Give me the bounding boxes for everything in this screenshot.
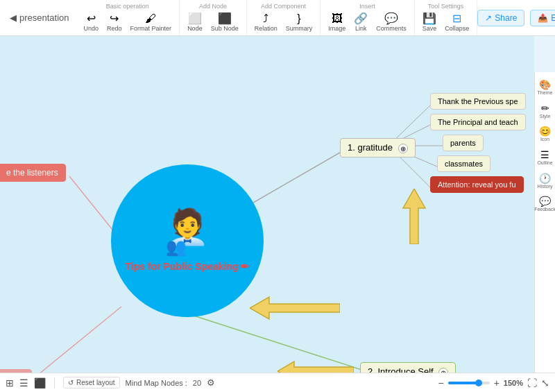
link-button[interactable]: 🔗 Link <box>350 12 371 33</box>
toolbar-group-basic: Basic operation ↩ Undo ↪ Redo 🖌 Format P… <box>76 0 180 35</box>
collapse-button[interactable]: ⊟ Collapse <box>441 12 472 33</box>
summary-button[interactable]: } Summary <box>282 12 316 33</box>
redo-button[interactable]: ↪ Redo <box>103 12 126 33</box>
zoom-slider-fill <box>448 382 477 384</box>
zoom-percent: 150% <box>504 379 523 387</box>
back-button[interactable]: ◀ presentation <box>0 12 76 23</box>
format-painter-label: Format Painter <box>130 25 172 32</box>
sidebar-tool-icon[interactable]: 😊 Icon <box>536 123 555 145</box>
gratitude-expand-icon[interactable]: ⊕ <box>398 144 408 153</box>
collapse-label: Collapse <box>445 25 469 32</box>
node-classmates[interactable]: classmates <box>437 155 490 172</box>
redo-icon: ↪ <box>110 13 119 24</box>
box-icon[interactable]: ⬛ <box>34 377 46 389</box>
theme-label: Theme <box>538 90 553 96</box>
zoom-out-button[interactable]: − <box>438 377 443 389</box>
summary-label: Summary <box>286 25 313 32</box>
group-label-add-component: Add Component <box>261 3 306 10</box>
share-icon: ↗ <box>485 13 492 23</box>
toolbar-items-insert: 🖼 Image 🔗 Link 💬 Comments <box>325 12 410 33</box>
node-thank-prev[interactable]: Thank the Previous spe <box>430 93 526 110</box>
sidebar-tool-theme[interactable]: 🎨 Theme <box>536 76 555 99</box>
theme-icon: 🎨 <box>539 79 551 90</box>
toolbar-items-add-component: ⤴ Relation } Summary <box>251 12 316 33</box>
node-button[interactable]: ⬜ Node <box>184 12 206 33</box>
svg-line-7 <box>187 314 375 374</box>
relation-icon: ⤴ <box>263 13 268 24</box>
share-button[interactable]: ↗ Share <box>477 10 524 26</box>
comments-button[interactable]: 💬 Comments <box>373 12 410 33</box>
toolbar-group-add-component: Add Component ⤴ Relation } Summary <box>247 0 321 35</box>
zoom-in-button[interactable]: + <box>494 377 500 389</box>
group-label-tool-settings: Tool Settings <box>428 3 464 10</box>
relation-button[interactable]: ⤴ Relation <box>251 12 281 33</box>
node-thank-prev-text: Thank the Previous spe <box>438 97 518 105</box>
history-label: History <box>538 184 553 189</box>
back-icon: ◀ <box>10 12 17 23</box>
sidebar-tool-outline[interactable]: ☰ Outline <box>536 146 555 169</box>
undo-button[interactable]: ↩ Undo <box>80 12 103 33</box>
list-icon[interactable]: ☰ <box>19 377 28 389</box>
image-button[interactable]: 🖼 Image <box>325 12 349 33</box>
export-icon: 📤 <box>538 13 548 23</box>
image-label: Image <box>328 25 345 32</box>
app-title: presentation <box>19 12 69 23</box>
link-label: Link <box>355 25 367 32</box>
undo-icon: ↩ <box>87 13 96 24</box>
style-label: Style <box>540 114 551 119</box>
reset-layout-button[interactable]: ↺ Reset layout <box>63 377 120 389</box>
export-label: Export <box>551 13 555 23</box>
node-gratitude[interactable]: 1. gratitude ⊕ <box>340 138 416 157</box>
undo-label: Undo <box>84 25 99 32</box>
reset-label: Reset layout <box>76 379 115 386</box>
export-button[interactable]: 📤 Export <box>530 10 555 26</box>
save-button[interactable]: 💾 Save <box>419 12 441 33</box>
history-icon: 🕐 <box>539 173 551 184</box>
sidebar-tool-style[interactable]: ✏ Style <box>536 100 555 122</box>
center-node-icon: 🧑‍💼 👥 <box>166 210 209 255</box>
sub-node-button[interactable]: ⬛ Sub Node <box>207 12 242 33</box>
toolbar-right: ↗ Share 📤 Export <box>477 10 555 26</box>
node-principal-text: The Principal and teach <box>438 118 518 126</box>
node-label: Node <box>187 25 203 32</box>
format-painter-button[interactable]: 🖌 Format Painter <box>127 12 176 33</box>
fullscreen-button[interactable]: ⛶ <box>527 377 537 389</box>
feedback-icon: 💬 <box>539 196 551 207</box>
expand-button[interactable]: ⤡ <box>541 377 549 389</box>
node-parents[interactable]: parents <box>443 135 484 151</box>
center-node[interactable]: 🧑‍💼 👥 Tips for Public Speaking ✏ <box>111 164 264 317</box>
save-label: Save <box>422 25 437 32</box>
node-attention[interactable]: Attention: reveal you fu <box>430 176 524 193</box>
reset-icon: ↺ <box>68 379 74 386</box>
toolbar-group-insert: Insert 🖼 Image 🔗 Link 💬 Comments <box>321 0 415 35</box>
node-engage[interactable]: e the listeners <box>0 164 66 182</box>
right-sidebar: 🎨 Theme ✏ Style 😊 Icon ☰ Outline 🕐 Histo… <box>534 72 555 392</box>
icon-label: Icon <box>540 137 549 142</box>
sidebar-tool-history[interactable]: 🕐 History <box>536 170 555 192</box>
group-label-add-node: Add Node <box>199 3 227 10</box>
toolbar: ◀ presentation Basic operation ↩ Undo ↪ … <box>0 0 555 36</box>
center-node-text: Tips for Public Speaking ✏ <box>126 261 250 272</box>
link-icon: 🔗 <box>354 13 368 24</box>
outline-label: Outline <box>537 160 552 166</box>
zoom-slider[interactable] <box>448 382 490 384</box>
icon-icon: 😊 <box>539 126 551 137</box>
sub-node-label: Sub Node <box>211 25 239 32</box>
collapse-icon: ⊟ <box>452 13 461 24</box>
toolbar-group-tool-settings: Tool Settings 💾 Save ⊟ Collapse <box>415 0 478 35</box>
node-parents-text: parents <box>450 139 476 147</box>
grid-icon[interactable]: ⊞ <box>6 377 14 389</box>
format-painter-icon: 🖌 <box>145 13 156 24</box>
redo-label: Redo <box>107 25 122 32</box>
image-icon: 🖼 <box>332 13 343 24</box>
comments-label: Comments <box>376 25 407 32</box>
style-icon: ✏ <box>541 103 549 114</box>
settings-icon[interactable]: ⚙ <box>207 377 215 388</box>
sidebar-tool-feedback[interactable]: 💬 Feedback <box>536 193 555 215</box>
group-label-basic: Basic operation <box>106 3 149 10</box>
summary-icon: } <box>297 13 300 24</box>
toolbar-items-tool-settings: 💾 Save ⊟ Collapse <box>419 12 473 33</box>
share-label: Share <box>495 13 517 23</box>
canvas-area[interactable]: 🧑‍💼 👥 Tips for Public Speaking ✏ 1. grat… <box>0 36 534 392</box>
node-principal[interactable]: The Principal and teach <box>430 114 526 130</box>
